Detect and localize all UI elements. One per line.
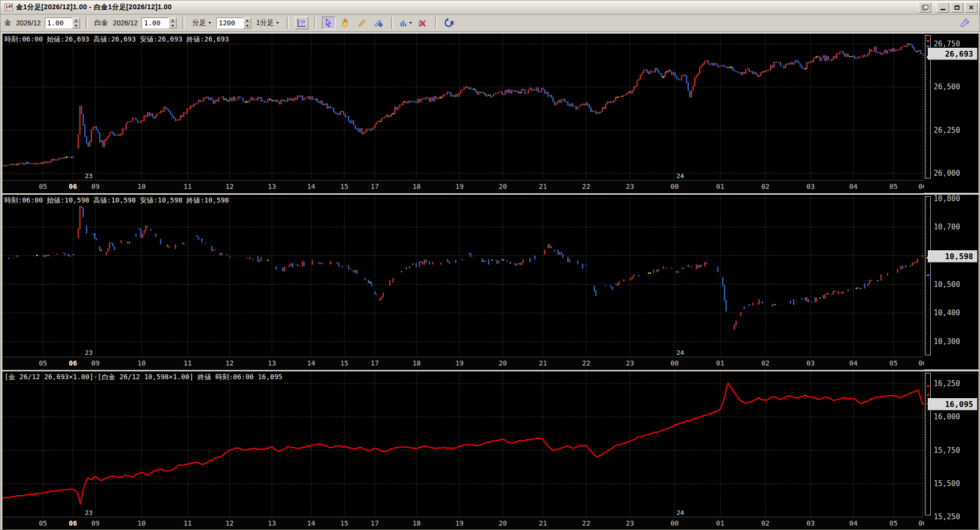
minimize-icon	[940, 9, 945, 10]
gold-multiplier-value[interactable]: 1.00	[45, 18, 72, 28]
price-tick-label: 16,000	[934, 412, 960, 421]
plot-area-platinum-1min[interactable]: 時刻:06:00 始値:10,598 高値:10,598 安値:10,598 終…	[2, 195, 924, 357]
time-tick-label: 10	[138, 359, 146, 367]
time-tick-label: 19	[456, 519, 464, 527]
bar-count-down-button[interactable]	[243, 23, 251, 28]
chart-pane-platinum-1min: 時刻:06:00 始値:10,598 高値:10,598 安値:10,598 終…	[2, 195, 979, 369]
gridlines	[2, 195, 924, 357]
toolbar-separator	[391, 17, 393, 29]
time-tick-label: 20	[499, 183, 507, 190]
interval-dropdown[interactable]: 1分足	[254, 18, 281, 28]
price-tick-label: 16,250	[934, 379, 960, 388]
gold-contract-label: 2026/12	[15, 19, 42, 27]
time-tick-label: 05	[39, 519, 47, 527]
price-tick-label: 10,500	[934, 280, 960, 289]
time-tick-label: 21	[539, 359, 547, 367]
svg-text:R: R	[450, 20, 454, 26]
marker-crosshair-icon	[374, 18, 383, 28]
time-tick-label: 15	[340, 519, 348, 527]
bar-chart-icon	[400, 19, 408, 27]
platinum-multiplier-value[interactable]: 1.00	[141, 18, 169, 28]
plot-area-gold-platinum-spread[interactable]: [金 26/12 26,693×1.00]-[白金 26/12 10,598×1…	[2, 371, 924, 517]
time-tick-label: 04	[849, 359, 858, 367]
time-tick-label: 09	[91, 359, 100, 367]
bar-type-dropdown[interactable]: 分足	[190, 18, 213, 28]
platinum-multiplier-spinner[interactable]: 1.00	[141, 18, 177, 28]
time-tick-label: 05	[889, 519, 898, 527]
time-tick-label: 02	[761, 519, 770, 527]
time-tick-label: 03	[806, 183, 815, 190]
price-tick-label: 26,000	[934, 169, 960, 178]
chart-axis-tool-button[interactable]	[295, 17, 308, 29]
plot-area-gold-1min[interactable]: 時刻:06:00 始値:26,693 高値:26,693 安値:26,693 終…	[2, 34, 924, 180]
pan-hand-icon	[340, 18, 350, 28]
up-candles	[2, 43, 922, 166]
platinum-multiplier-down-button[interactable]	[169, 23, 177, 28]
draw-pencil-icon	[357, 18, 367, 28]
date-label: 23	[85, 509, 93, 516]
time-axis: 0506091011121314151718192021222300010203…	[2, 180, 924, 193]
quote-info-text: 時刻:06:00 始値:10,598 高値:10,598 安値:10,598 終…	[4, 196, 229, 205]
gold-multiplier-down-button[interactable]	[72, 23, 80, 28]
time-tick-label: 15	[340, 183, 348, 190]
toolbar-separator	[86, 17, 88, 29]
refresh-button[interactable]: R	[443, 17, 457, 29]
platinum-multiplier-up-button[interactable]	[169, 18, 177, 23]
detach-window-button[interactable]	[919, 2, 931, 13]
bar-count-up-button[interactable]	[243, 18, 251, 23]
bar-count-spinner[interactable]: 1200	[216, 18, 251, 28]
time-tick-label: 02	[761, 183, 770, 190]
strip-mark	[927, 40, 929, 42]
bar-chart-clear-icon	[418, 19, 427, 27]
gold-multiplier-up-button[interactable]	[72, 18, 80, 23]
chevron-down-icon	[208, 22, 211, 24]
time-tick-label: 17	[371, 359, 379, 367]
time-tick-label: 14	[307, 183, 315, 190]
time-tick-label: 22	[582, 359, 590, 367]
indicator-clear-button[interactable]	[416, 17, 429, 29]
time-tick-label: 19	[456, 183, 464, 190]
select-cursor-button[interactable]	[322, 17, 336, 29]
minimize-button[interactable]	[937, 2, 949, 13]
date-label: 24	[677, 172, 684, 180]
time-tick-label: 12	[225, 359, 234, 367]
gold-multiplier-spinner[interactable]: 1.00	[45, 18, 80, 28]
settings-wrench-button[interactable]	[958, 17, 972, 29]
date-label: 24	[677, 349, 684, 356]
title-bar[interactable]: 金1分足[2026/12]1.00 - 白金1分足[2026/12]1.00 ✕	[0, 0, 980, 15]
time-tick-label: 09	[91, 183, 100, 190]
pan-hand-button[interactable]	[339, 17, 352, 29]
time-axis: 0506091011121314151718192021222300010203…	[2, 357, 924, 370]
chart-axis-tool-icon	[297, 18, 306, 28]
toolbar: 金 2026/12 1.00 白金 2026/12 1.00 分足 1200	[0, 15, 980, 32]
up-arrow-icon	[246, 20, 249, 21]
time-tick-label: 04	[849, 183, 858, 190]
toolbar-separator	[435, 17, 437, 29]
time-tick-label: 18	[413, 183, 421, 190]
doji-candles	[37, 254, 878, 305]
maximize-icon	[955, 5, 960, 10]
toolbar-separator	[314, 17, 316, 29]
marker-crosshair-button[interactable]	[372, 17, 385, 29]
bar-count-value[interactable]: 1200	[216, 18, 243, 28]
indicator-bars-dropdown-button[interactable]	[399, 17, 413, 29]
candlestick-app-icon	[4, 3, 13, 11]
close-button[interactable]: ✕	[965, 2, 978, 13]
time-tick-label: 23	[626, 183, 634, 190]
up-arrow-icon	[75, 20, 78, 21]
time-tick-label: 14	[307, 519, 315, 527]
time-tick-label: 06	[69, 359, 77, 367]
price-scale-slider[interactable]	[925, 373, 931, 515]
platinum-contract-label: 2026/12	[112, 19, 139, 27]
maximize-button[interactable]	[951, 2, 963, 13]
price-scale-slider[interactable]	[925, 196, 931, 355]
draw-pencil-button[interactable]	[355, 17, 369, 29]
date-label: 24	[677, 509, 684, 516]
time-tick-label: 05	[889, 183, 898, 190]
current-price-badge: 16,095	[928, 398, 978, 410]
price-tick-label: 26,250	[934, 126, 960, 135]
price-axis-rail: 26,75026,50026,25026,00026,693	[924, 34, 979, 193]
wrench-icon	[960, 18, 970, 28]
gridlines	[2, 34, 924, 180]
time-tick-label: 13	[268, 359, 276, 367]
